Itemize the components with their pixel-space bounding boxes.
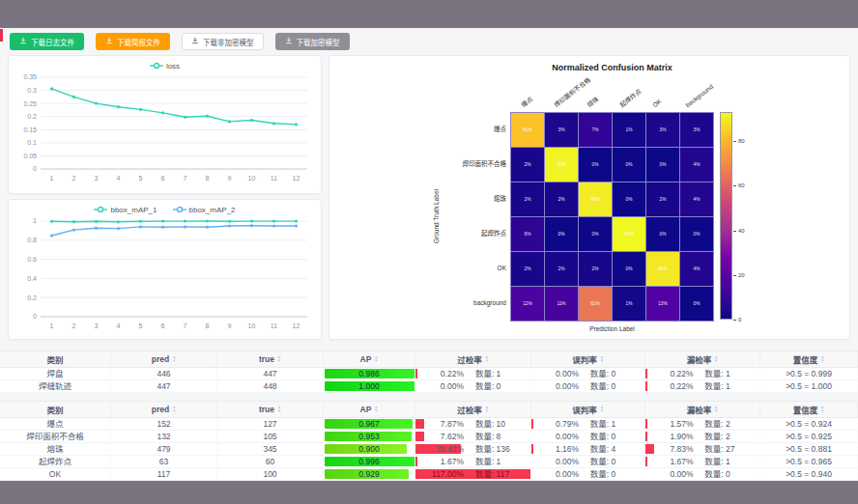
sort-icon[interactable]: ▲▼ [485, 355, 489, 362]
ap-value: 0.929 [324, 468, 415, 480]
cm-cell-r1c2: 0% [579, 148, 612, 182]
cell-label: 焊盘 [0, 368, 111, 379]
col-header-mis[interactable]: 误判率▲▼ [531, 351, 645, 367]
cm-cell-r3c1: 0% [545, 217, 578, 251]
sort-icon[interactable]: ▲▼ [820, 406, 824, 412]
cell-ap: 1.000 [324, 380, 415, 392]
sort-icon[interactable]: ▲▼ [374, 355, 378, 362]
col-header-ap[interactable]: AP▲▼ [324, 351, 415, 367]
overcheck-count: 数量: 1 [475, 368, 500, 379]
legend-item-bbox_mAP_1[interactable]: bbox_mAP_1 [94, 206, 157, 214]
heatmap-title: Normalized Confusion Matrix [510, 63, 714, 72]
svg-text:7: 7 [183, 322, 186, 329]
col-header-miss[interactable]: 漏检率▲▼ [645, 402, 760, 417]
col-header-label: 误判率 [572, 353, 597, 365]
sort-icon[interactable]: ▲▼ [277, 406, 281, 412]
col-header-true[interactable]: true▲▼ [217, 351, 324, 367]
colorbar-tick-label: 40 [738, 228, 745, 234]
cm-cell-r4c3: 0% [613, 252, 645, 286]
col-header-label: true [259, 405, 274, 414]
cm-cell-r3c5: 0% [680, 217, 713, 251]
svg-text:0.2: 0.2 [27, 113, 37, 120]
cell-ap: 0.953 [324, 431, 415, 442]
heatmap-y-axis-label: Ground Truth Label [430, 112, 442, 320]
cm-cell-r4c5: 4% [680, 252, 713, 286]
cm-col-label: OK [650, 97, 663, 109]
misscheck-count: 数量: 27 [704, 443, 734, 455]
col-header-miss[interactable]: 漏检率▲▼ [645, 351, 760, 367]
col-header-label: 漏检率 [687, 404, 712, 415]
colorbar-tick [733, 185, 736, 186]
download-log-button[interactable]: 下载日志文件 [10, 33, 84, 50]
legend-item-loss[interactable]: loss [150, 62, 180, 70]
cell-misscheck: 0.00%数量: 0 [645, 468, 760, 480]
sort-icon[interactable]: ▲▼ [374, 406, 378, 412]
sort-icon[interactable]: ▲▼ [714, 406, 718, 412]
col-header-over[interactable]: 过检率▲▼ [415, 402, 531, 417]
sort-icon[interactable]: ▲▼ [600, 406, 604, 412]
col-header-over[interactable]: 过检率▲▼ [415, 351, 531, 367]
cell-misjudge: 0.00%数量: 0 [531, 431, 645, 442]
cell-overcheck: 7.87%数量: 10 [415, 418, 531, 430]
cm-cell-r5c4: 13% [646, 287, 679, 321]
svg-text:2: 2 [72, 322, 75, 329]
misjudge-count: 数量: 0 [590, 456, 615, 467]
svg-text:10: 10 [247, 322, 255, 329]
cell-misjudge: 1.16%数量: 4 [531, 443, 645, 455]
download-encrypted-model-button[interactable]: 下载加密模型 [275, 33, 350, 50]
cell-pred: 152 [111, 418, 217, 430]
misjudge-pct: 0.00% [531, 431, 579, 442]
button-label: 下载日志文件 [31, 37, 74, 47]
col-header-label: 类别 [0, 351, 111, 367]
col-header-pred[interactable]: pred▲▼ [111, 402, 217, 417]
col-header-true[interactable]: true▲▼ [217, 402, 324, 417]
metrics-table-2: 类别pred▲▼true▲▼AP▲▼过检率▲▼误判率▲▼漏检率▲▼置信度▲▼爆点… [0, 401, 858, 481]
ap-value: 0.986 [324, 368, 415, 379]
misscheck-pct: 1.67% [645, 456, 694, 467]
colorbar-tick-label: 20 [738, 272, 745, 278]
sort-icon[interactable]: ▲▼ [820, 355, 824, 362]
cell-true: 100 [217, 468, 324, 480]
sort-icon[interactable]: ▲▼ [277, 355, 281, 362]
svg-text:1: 1 [49, 322, 53, 329]
svg-text:12: 12 [292, 175, 300, 182]
cell-confidence: >0.5 = 0.999 [760, 368, 858, 379]
col-header-label: true [259, 354, 274, 364]
app-screen: 下载日志文件下载简报文件下载非加密模型下载加密模型 loss00.050.10.… [0, 0, 858, 504]
table-row: 焊缝轨迹4474481.0000.00%数量: 00.00%数量: 00.22%… [0, 380, 858, 393]
col-header-conf[interactable]: 置信度▲▼ [760, 351, 858, 367]
cell-pred: 117 [111, 468, 217, 480]
cell-true: 60 [217, 456, 324, 467]
cm-cell-r4c4: 89% [646, 252, 679, 286]
legend-item-bbox_mAP_2[interactable]: bbox_mAP_2 [173, 206, 236, 214]
tables-gap [0, 393, 858, 401]
cell-true: 447 [217, 368, 324, 379]
legend-marker [150, 62, 163, 70]
svg-text:0.35: 0.35 [23, 73, 37, 80]
misscheck-pct: 7.83% [645, 443, 694, 455]
svg-text:12: 12 [292, 322, 300, 329]
col-header-mis[interactable]: 误判率▲▼ [531, 402, 645, 417]
col-header-conf[interactable]: 置信度▲▼ [760, 402, 858, 417]
download-brief-button[interactable]: 下载简报文件 [96, 33, 170, 50]
cm-cell-r1c1: 92% [545, 148, 578, 182]
overcheck-pct: 0.22% [415, 368, 464, 379]
cm-cell-r0c2: 7% [579, 113, 612, 147]
svg-text:8: 8 [205, 175, 209, 182]
sort-icon[interactable]: ▲▼ [714, 355, 718, 362]
sort-icon[interactable]: ▲▼ [172, 355, 176, 362]
colorbar-tick [733, 320, 736, 321]
cm-cell-r3c3: 93% [613, 217, 645, 251]
map-chart-card: bbox_mAP_1bbox_mAP_200.20.40.60.81123456… [8, 199, 322, 340]
legend-label: bbox_mAP_1 [110, 206, 157, 214]
download-plain-model-button[interactable]: 下载非加密模型 [182, 33, 264, 50]
cm-col-label: 爆点 [519, 95, 534, 109]
col-header-ap[interactable]: AP▲▼ [324, 402, 415, 417]
sort-icon[interactable]: ▲▼ [172, 406, 176, 412]
col-header-pred[interactable]: pred▲▼ [111, 351, 217, 367]
sort-icon[interactable]: ▲▼ [600, 355, 604, 362]
sort-icon[interactable]: ▲▼ [485, 406, 489, 412]
button-label: 下载非加密模型 [203, 37, 254, 47]
cell-pred: 63 [111, 456, 217, 467]
cell-misscheck: 1.57%数量: 2 [645, 418, 760, 430]
